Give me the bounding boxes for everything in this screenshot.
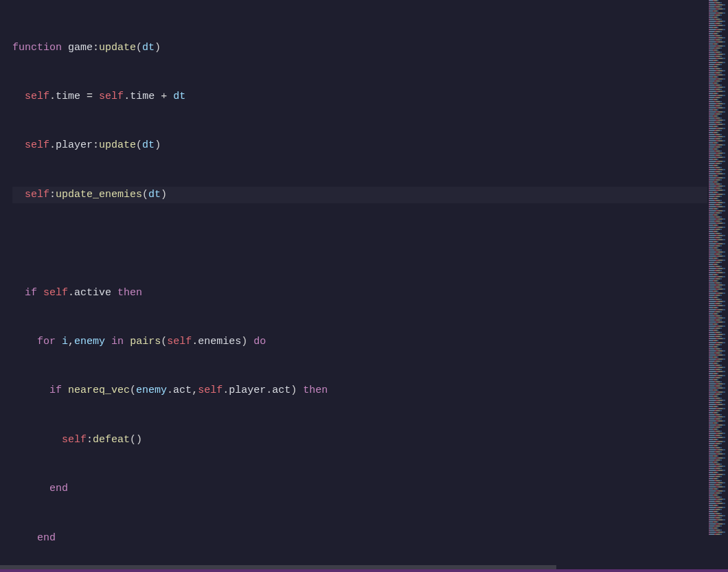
code-line[interactable]: end	[12, 481, 728, 497]
ident-update: update	[99, 42, 136, 54]
code-editor[interactable]: function game:update(dt) self.time = sel…	[0, 0, 728, 572]
code-line[interactable]: if neareq_vec(enemy.act,self.player.act)…	[12, 382, 728, 399]
minimap[interactable]	[707, 0, 728, 572]
status-bar[interactable]	[0, 569, 728, 572]
code-line[interactable]: self:defeat()	[12, 432, 728, 448]
prop-time: time	[56, 91, 80, 102]
ident-game: game	[68, 42, 93, 54]
code-line[interactable]: end	[12, 530, 728, 547]
keyword-function: function	[12, 42, 62, 54]
code-line[interactable]: for i,enemy in pairs(self.enemies) do	[12, 334, 728, 350]
code-line[interactable]: self.player:update(dt)	[12, 137, 728, 154]
param-dt: dt	[142, 42, 155, 54]
keyword-self: self	[25, 91, 49, 102]
minimap-content	[707, 0, 728, 535]
code-line[interactable]: self.time = self.time + dt	[12, 89, 728, 105]
code-line-blank[interactable]	[12, 236, 728, 252]
code-line[interactable]: if self.active then	[12, 285, 728, 301]
code-line-current[interactable]: self:update_enemies(dt)	[12, 187, 728, 203]
code-line[interactable]: function game:update(dt)	[12, 40, 728, 56]
